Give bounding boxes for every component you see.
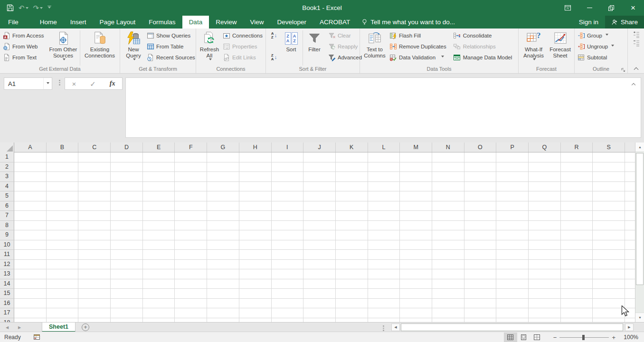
cell-O17[interactable] xyxy=(464,308,497,318)
cell-G12[interactable] xyxy=(207,260,239,270)
cell-E10[interactable] xyxy=(143,240,175,250)
cell-G11[interactable] xyxy=(207,250,239,260)
cell-D5[interactable] xyxy=(111,191,143,201)
cell-K5[interactable] xyxy=(336,191,368,201)
column-header-M[interactable]: M xyxy=(400,142,432,152)
row-header-1[interactable]: 1 xyxy=(0,152,14,162)
cell-D8[interactable] xyxy=(111,221,143,231)
cell-Q6[interactable] xyxy=(529,201,561,211)
vertical-scrollbar-thumb[interactable] xyxy=(636,153,644,285)
cell-P15[interactable] xyxy=(496,289,529,299)
cell-H17[interactable] xyxy=(239,308,272,318)
cell-E1[interactable] xyxy=(143,152,175,162)
cell-E18[interactable] xyxy=(143,318,175,323)
cell-M5[interactable] xyxy=(400,191,432,201)
cell-J18[interactable] xyxy=(303,318,336,323)
restore-button[interactable] xyxy=(600,0,622,16)
cell-H15[interactable] xyxy=(239,289,272,299)
cell-A8[interactable] xyxy=(14,221,47,231)
cell-S18[interactable] xyxy=(593,318,625,323)
cell-O8[interactable] xyxy=(464,221,497,231)
cell-Q4[interactable] xyxy=(529,182,561,192)
cell-L9[interactable] xyxy=(368,230,400,240)
cell-B5[interactable] xyxy=(47,191,79,201)
cell-S15[interactable] xyxy=(593,289,625,299)
cell-K1[interactable] xyxy=(336,152,368,162)
cell-C7[interactable] xyxy=(78,211,111,221)
cell-A15[interactable] xyxy=(14,289,47,299)
scroll-down-button[interactable]: ▼ xyxy=(635,313,644,322)
row-header-4[interactable]: 4 xyxy=(0,182,14,192)
cell-A2[interactable] xyxy=(14,162,47,172)
scroll-up-button[interactable]: ▲ xyxy=(635,142,644,152)
cell-R10[interactable] xyxy=(561,240,593,250)
zoom-slider[interactable] xyxy=(559,337,609,338)
cell-E2[interactable] xyxy=(143,162,175,172)
cell-A13[interactable] xyxy=(14,269,47,279)
cell-R3[interactable] xyxy=(561,172,593,182)
cell-M18[interactable] xyxy=(400,318,432,323)
cell-B10[interactable] xyxy=(47,240,79,250)
cell-B1[interactable] xyxy=(47,152,79,162)
cell-S2[interactable] xyxy=(593,162,625,172)
cell-D2[interactable] xyxy=(111,162,143,172)
cell-C1[interactable] xyxy=(78,152,111,162)
cell-Q11[interactable] xyxy=(529,250,561,260)
tell-me-box[interactable]: Tell me what you want to do... xyxy=(357,16,460,28)
cell-R6[interactable] xyxy=(561,201,593,211)
cell-S8[interactable] xyxy=(593,221,625,231)
cell-Q16[interactable] xyxy=(529,299,561,309)
minimize-button[interactable] xyxy=(578,0,600,16)
what-if-analysis-button[interactable]: ? What-If Analysis xyxy=(520,29,548,66)
cell-C17[interactable] xyxy=(78,308,111,318)
cell-I16[interactable] xyxy=(272,299,304,309)
cell-D18[interactable] xyxy=(111,318,143,323)
cell-O2[interactable] xyxy=(464,162,497,172)
cell-B12[interactable] xyxy=(47,260,79,270)
column-header-P[interactable]: P xyxy=(496,142,529,152)
row-header-9[interactable]: 9 xyxy=(0,230,14,240)
cell-G13[interactable] xyxy=(207,269,239,279)
cell-L1[interactable] xyxy=(368,152,400,162)
vertical-scrollbar[interactable]: ▲ ▼ xyxy=(635,142,644,322)
cell-Q15[interactable] xyxy=(529,289,561,299)
cell-M4[interactable] xyxy=(400,182,432,192)
new-query-button[interactable]: New Query xyxy=(122,29,145,66)
customize-qat-button[interactable] xyxy=(47,6,51,10)
cell-S6[interactable] xyxy=(593,201,625,211)
cell-M3[interactable] xyxy=(400,172,432,182)
cell-B9[interactable] xyxy=(47,230,79,240)
cell-B14[interactable] xyxy=(47,279,79,289)
cell-C13[interactable] xyxy=(78,269,111,279)
cell-D3[interactable] xyxy=(111,172,143,182)
cell-O11[interactable] xyxy=(464,250,497,260)
show-detail-button[interactable] xyxy=(633,31,640,38)
cell-B16[interactable] xyxy=(47,299,79,309)
group-button[interactable]: Group xyxy=(576,30,615,41)
cell-R12[interactable] xyxy=(561,260,593,270)
column-header-N[interactable]: N xyxy=(432,142,464,152)
cell-M7[interactable] xyxy=(400,211,432,221)
cell-N12[interactable] xyxy=(432,260,464,270)
cell-P3[interactable] xyxy=(496,172,529,182)
cell-B4[interactable] xyxy=(47,182,79,192)
cell-B15[interactable] xyxy=(47,289,79,299)
cell-D1[interactable] xyxy=(111,152,143,162)
cell-J16[interactable] xyxy=(303,299,336,309)
cell-G17[interactable] xyxy=(207,308,239,318)
row-header-14[interactable]: 14 xyxy=(0,279,14,289)
sort-ascending-button[interactable]: AZ↓ xyxy=(267,30,281,41)
cell-S12[interactable] xyxy=(593,260,625,270)
cell-F15[interactable] xyxy=(175,289,207,299)
next-sheet-button[interactable]: ▶ xyxy=(18,323,21,332)
cell-F14[interactable] xyxy=(175,279,207,289)
cell-C15[interactable] xyxy=(78,289,111,299)
horizontal-scrollbar-splitter[interactable] xyxy=(383,325,384,331)
cell-P16[interactable] xyxy=(496,299,529,309)
column-header-S[interactable]: S xyxy=(593,142,625,152)
cell-B11[interactable] xyxy=(47,250,79,260)
cell-J12[interactable] xyxy=(303,260,336,270)
cell-L11[interactable] xyxy=(368,250,400,260)
cell-J5[interactable] xyxy=(303,191,336,201)
cell-partial-13[interactable] xyxy=(625,269,635,279)
